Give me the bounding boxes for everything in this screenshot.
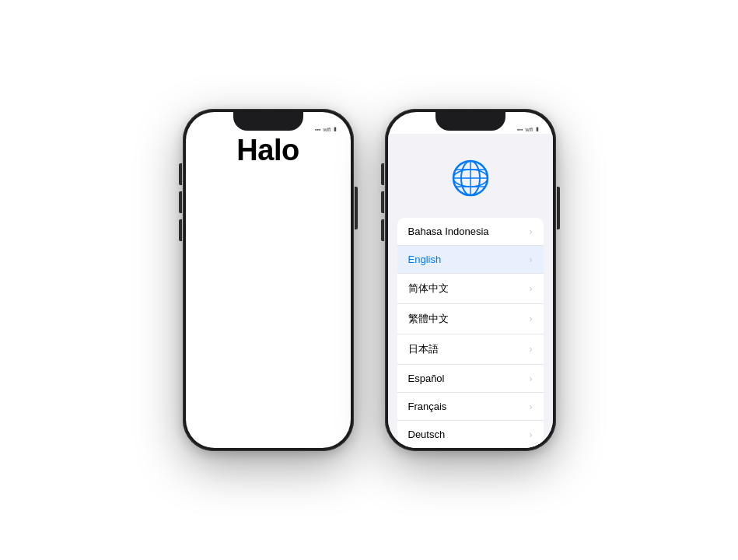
- volume-up-button-r: [381, 191, 384, 213]
- phone-notch-right: [435, 112, 505, 131]
- language-item-spanish[interactable]: Español›: [397, 365, 544, 393]
- chevron-icon-english: ›: [530, 254, 533, 265]
- chevron-icon-spanish: ›: [530, 373, 533, 384]
- status-icons-left: ▪▪▪ wifi ▮: [315, 126, 337, 132]
- wifi-icon-r: wifi: [525, 127, 533, 132]
- phone-notch: [233, 112, 303, 131]
- language-item-traditional-chinese[interactable]: 繁體中文›: [397, 304, 544, 334]
- globe-icon: [449, 157, 491, 199]
- language-name-french: Français: [408, 401, 447, 412]
- language-name-bahasa-indonesia: Bahasa Indonesia: [408, 226, 489, 237]
- battery-icon-r: ▮: [536, 126, 539, 132]
- volume-silent-button-r: [381, 163, 384, 185]
- language-item-simplified-chinese[interactable]: 简体中文›: [397, 274, 544, 304]
- language-name-german: Deutsch: [408, 429, 446, 440]
- power-button: [355, 187, 358, 229]
- signal-icon-r: ▪▪▪: [517, 127, 523, 132]
- language-name-spanish: Español: [408, 373, 445, 384]
- chevron-icon-simplified-chinese: ›: [530, 283, 533, 294]
- volume-down-button: [179, 219, 182, 241]
- volume-up-button: [179, 191, 182, 213]
- right-phone: ▪▪▪ wifi ▮: [385, 109, 556, 451]
- language-item-french[interactable]: Français›: [397, 393, 544, 421]
- language-name-simplified-chinese: 简体中文: [408, 282, 449, 296]
- right-phone-frame: ▪▪▪ wifi ▮: [385, 109, 556, 451]
- halo-text: Halo: [236, 134, 299, 167]
- language-name-japanese: 日本語: [408, 342, 439, 356]
- globe-icon-container: [449, 157, 491, 202]
- chevron-icon-bahasa-indonesia: ›: [530, 226, 533, 237]
- signal-icon: ▪▪▪: [315, 127, 320, 132]
- language-item-bahasa-indonesia[interactable]: Bahasa Indonesia›: [397, 218, 544, 246]
- chevron-icon-french: ›: [530, 401, 533, 412]
- chevron-icon-traditional-chinese: ›: [530, 313, 533, 324]
- power-button-r: [557, 187, 560, 229]
- language-name-english: English: [408, 254, 442, 265]
- volume-silent-button: [179, 163, 182, 185]
- volume-down-button-r: [381, 219, 384, 241]
- chevron-icon-japanese: ›: [530, 344, 533, 355]
- halo-screen: Halo: [186, 134, 351, 167]
- language-item-japanese[interactable]: 日本語›: [397, 334, 544, 365]
- language-name-traditional-chinese: 繁體中文: [408, 312, 449, 326]
- left-phone-frame: ▪▪▪ wifi ▮ Halo: [183, 109, 354, 451]
- status-icons-right: ▪▪▪ wifi ▮: [517, 126, 539, 132]
- left-phone: ▪▪▪ wifi ▮ Halo: [183, 109, 354, 451]
- language-item-german[interactable]: Deutsch›: [397, 421, 544, 448]
- chevron-icon-german: ›: [530, 429, 533, 440]
- battery-icon: ▮: [334, 126, 337, 132]
- wifi-icon: wifi: [323, 127, 331, 132]
- language-list: Bahasa Indonesia›English›简体中文›繁體中文›日本語›E…: [397, 218, 544, 448]
- language-item-english[interactable]: English›: [397, 246, 544, 274]
- language-selection-screen: Bahasa Indonesia›English›简体中文›繁體中文›日本語›E…: [388, 134, 553, 448]
